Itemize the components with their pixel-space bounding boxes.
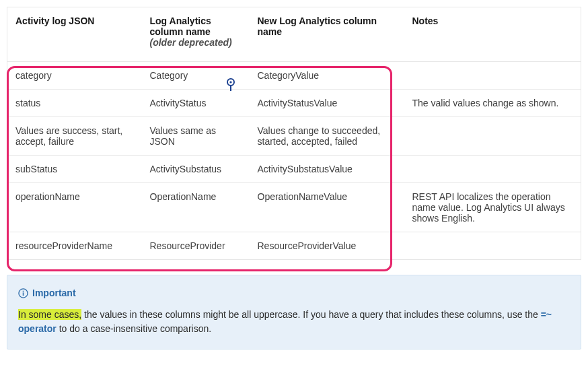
cell-old: ActivityStatus: [142, 90, 250, 117]
cell-old: ResourceProvider: [142, 232, 250, 260]
header-notes: Notes: [404, 7, 581, 62]
header-deprecated-note: (older deprecated): [150, 37, 242, 48]
table-header-row: Activity log JSON Log Analytics column n…: [7, 7, 581, 62]
cell-new: ResourceProviderValue: [250, 232, 404, 260]
table-row: subStatus ActivitySubstatus ActivitySubs…: [7, 156, 581, 183]
header-log-analytics-new: New Log Analytics column name: [250, 7, 404, 62]
cell-notes: [404, 117, 581, 156]
cell-json: status: [7, 90, 142, 117]
alert-body: In some cases, the values in these colum…: [18, 308, 570, 337]
cell-json: resourceProviderName: [7, 232, 142, 260]
cell-json: operationName: [7, 183, 142, 232]
column-mapping-table-wrapper: Activity log JSON Log Analytics column n…: [7, 7, 581, 260]
cell-json: Values are success, start, accept, failu…: [7, 117, 142, 156]
cell-new: CategoryValue: [250, 62, 404, 90]
cell-notes: [404, 232, 581, 260]
table-row: category Category CategoryValue: [7, 62, 581, 90]
cell-new: Values change to succeeded, started, acc…: [250, 117, 404, 156]
alert-title: Important: [18, 286, 570, 301]
header-log-analytics-old: Log Analytics column name (older depreca…: [142, 7, 250, 62]
cell-old: ActivitySubstatus: [142, 156, 250, 183]
cell-notes: The valid values change as shown.: [404, 90, 581, 117]
cell-notes: REST API localizes the operation name va…: [404, 183, 581, 232]
cell-new: ActivityStatusValue: [250, 90, 404, 117]
info-icon: [18, 288, 28, 298]
cell-notes: [404, 156, 581, 183]
important-alert: Important In some cases, the values in t…: [7, 275, 581, 349]
cell-notes: [404, 62, 581, 90]
cell-old: Category: [142, 62, 250, 90]
alert-highlighted-text: In some cases,: [18, 309, 81, 320]
cell-old: Values same as JSON: [142, 117, 250, 156]
header-activity-log-json: Activity log JSON: [7, 7, 142, 62]
cell-new: ActivitySubstatusValue: [250, 156, 404, 183]
header-log-analytics-old-label: Log Analytics column name: [150, 15, 211, 37]
table-row: resourceProviderName ResourceProvider Re…: [7, 232, 581, 260]
table-row: Values are success, start, accept, failu…: [7, 117, 581, 156]
cell-json: subStatus: [7, 156, 142, 183]
cell-new: OperationNameValue: [250, 183, 404, 232]
alert-text-before-link: the values in these columns might be all…: [81, 309, 541, 320]
table-row: status ActivityStatus ActivityStatusValu…: [7, 90, 581, 117]
alert-text-after-link: to do a case-insensitive comparison.: [57, 323, 211, 334]
column-mapping-table: Activity log JSON Log Analytics column n…: [7, 7, 581, 260]
svg-rect-4: [23, 293, 24, 296]
alert-title-text: Important: [32, 286, 76, 301]
svg-rect-5: [23, 291, 24, 292]
cell-json: category: [7, 62, 142, 90]
cell-old: OperationName: [142, 183, 250, 232]
table-row: operationName OperationName OperationNam…: [7, 183, 581, 232]
